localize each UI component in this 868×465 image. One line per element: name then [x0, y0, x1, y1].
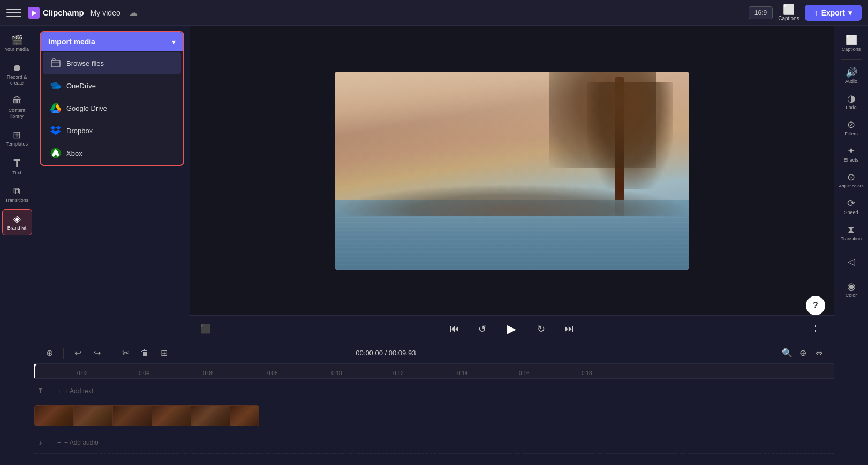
sidebar-item-transitions[interactable]: ⧉ Transitions: [2, 182, 32, 207]
magnet-button[interactable]: ⊕: [42, 346, 57, 361]
video-track-row: [34, 403, 834, 431]
skip-back-button[interactable]: ⏮: [446, 321, 463, 338]
forward-button[interactable]: ↻: [533, 321, 550, 338]
color-rs-icon: ◉: [847, 281, 856, 291]
video-clip[interactable]: [34, 405, 259, 426]
help-button[interactable]: ?: [806, 296, 825, 315]
google-drive-label: Google Drive: [66, 104, 107, 112]
export-label: Export: [821, 9, 845, 17]
video-title[interactable]: My video: [90, 9, 120, 17]
speed-rs-label: Speed: [844, 210, 858, 215]
record-icon: ⏺: [12, 63, 22, 73]
sidebar-item-text[interactable]: T Text: [2, 154, 32, 180]
center-content: ⬛ ⏮ ↺ ▶ ↻ ⏭ ⛶: [190, 26, 834, 342]
timeline-ruler: 0:02 0:04 0:06 0:08 0:10 0:12 0:14 0:16 …: [34, 364, 834, 379]
right-sidebar: ⬜ Captions 🔊 Audio ◑ Fade ⊘ Filters ✦ Ef…: [834, 26, 868, 465]
your-media-icon: 🎬: [11, 35, 23, 45]
content-library-icon: 🏛: [12, 96, 22, 106]
right-sidebar-effects[interactable]: ✦ Effects: [836, 142, 866, 167]
text-track-row: T + + Add text: [34, 379, 834, 403]
timeline-content: 0:02 0:04 0:06 0:08 0:10 0:12 0:14 0:16 …: [34, 364, 834, 465]
onedrive-label: OneDrive: [66, 82, 96, 90]
captions-icon: ⬜: [783, 4, 795, 16]
sidebar-item-brand-kit[interactable]: ◈ Brand kit: [2, 209, 32, 235]
sidebar-item-your-media[interactable]: 🎬 Your media: [2, 31, 32, 57]
svg-rect-1: [52, 59, 55, 60]
import-dropbox[interactable]: Dropbox: [43, 120, 181, 141]
hamburger-menu[interactable]: [6, 5, 21, 20]
audio-track-icon: ♪: [34, 438, 47, 447]
app-name: Clipchamp: [43, 8, 84, 17]
right-sidebar-speed[interactable]: ⟳ Speed: [836, 194, 866, 219]
fullscreen-button[interactable]: ⛶: [814, 324, 823, 334]
fade-rs-icon: ◑: [847, 94, 856, 103]
right-sidebar-color[interactable]: ◉ Color: [836, 277, 866, 302]
fit-timeline-button[interactable]: ⇔: [812, 346, 826, 360]
import-panel: Import media ▾ Browse files: [34, 26, 190, 342]
screen-record-button[interactable]: ⬛: [200, 324, 211, 334]
import-browse-files[interactable]: Browse files: [43, 52, 181, 74]
effects-rs-icon: ✦: [847, 146, 855, 156]
add-text-icon: +: [57, 387, 61, 395]
zoom-out-button[interactable]: 🔍: [780, 346, 794, 360]
right-sidebar-captions[interactable]: ⬜ Captions: [836, 31, 866, 56]
add-audio-button[interactable]: + + Add audio: [47, 433, 99, 452]
aspect-ratio-button[interactable]: 16:9: [749, 6, 773, 19]
undo-button[interactable]: ↩: [70, 346, 85, 361]
sidebar-item-record-create[interactable]: ⏺ Record & create: [2, 59, 32, 90]
right-sidebar-filters[interactable]: ⊘ Filters: [836, 116, 866, 141]
import-onedrive[interactable]: OneDrive: [43, 75, 181, 96]
toolbar-divider-1: [63, 348, 64, 359]
right-sidebar-audio[interactable]: 🔊 Audio: [836, 63, 866, 88]
xbox-icon: [50, 148, 61, 158]
cut-button[interactable]: ✂: [118, 346, 133, 361]
filters-rs-icon: ⊘: [847, 120, 855, 129]
export-chevron: ▾: [848, 9, 852, 17]
import-xbox[interactable]: Xbox: [43, 142, 181, 164]
toolbar-divider-2: [111, 348, 111, 359]
add-to-timeline-button[interactable]: ⊞: [156, 346, 171, 361]
right-sidebar-fade[interactable]: ◑ Fade: [836, 89, 866, 115]
right-sidebar-transition[interactable]: ⧗ Transition: [836, 220, 866, 246]
ruler-mark-0-06: 0:06: [203, 370, 213, 376]
main-layout: 🎬 Your media ⏺ Record & create 🏛 Content…: [0, 26, 868, 465]
topbar-right: 16:9 ⬜ Captions ↑ Export ▾: [749, 4, 862, 21]
browse-files-icon: [50, 58, 61, 68]
import-media-button[interactable]: Import media ▾: [41, 32, 183, 51]
playback-controls: ⬛ ⏮ ↺ ▶ ↻ ⏭ ⛶: [190, 315, 834, 342]
export-button[interactable]: ↑ Export ▾: [805, 5, 862, 21]
google-drive-icon: [50, 103, 61, 113]
export-icon: ↑: [814, 9, 818, 17]
add-text-button[interactable]: + + Add text: [47, 387, 93, 395]
zoom-in-button[interactable]: ⊕: [796, 346, 810, 360]
svg-rect-0: [51, 60, 60, 67]
captions-button[interactable]: ⬜ Captions: [778, 4, 799, 21]
rewind-button[interactable]: ↺: [474, 321, 491, 338]
notification-icon[interactable]: ☁: [127, 6, 140, 19]
sidebar-label-templates: Templates: [6, 141, 28, 147]
transition-rs-icon: ⧗: [848, 225, 855, 234]
onedrive-icon: [50, 80, 61, 91]
import-google-drive[interactable]: Google Drive: [43, 97, 181, 119]
sidebar-item-templates[interactable]: ⊞ Templates: [2, 126, 32, 151]
play-button[interactable]: ▶: [502, 319, 522, 339]
captions-rs-label: Captions: [842, 47, 861, 52]
sidebar-label-content-library: Content library: [4, 108, 30, 119]
right-sidebar-collapse[interactable]: ◁: [836, 253, 866, 271]
timeline-toolbar: ⊕ ↩ ↪ ✂ 🗑 ⊞ 00:00.00 / 00:09.93 🔍 ⊕ ⇔: [34, 342, 834, 364]
fade-rs-label: Fade: [846, 105, 857, 110]
ruler-mark-0-02: 0:02: [77, 370, 87, 376]
dropbox-icon: [50, 125, 61, 136]
delete-button[interactable]: 🗑: [137, 346, 152, 361]
skip-forward-button[interactable]: ⏭: [561, 321, 578, 338]
browse-files-label: Browse files: [66, 59, 104, 67]
rs-divider-2: [841, 249, 862, 249]
redo-button[interactable]: ↪: [89, 346, 104, 361]
topbar: ▶ Clipchamp My video ☁ 16:9 ⬜ Captions ↑…: [0, 0, 868, 26]
import-chevron-icon: ▾: [172, 37, 176, 46]
effects-rs-label: Effects: [844, 157, 858, 163]
right-sidebar-adjust-colors[interactable]: ⊙ Adjust colors: [836, 168, 866, 193]
captions-rs-icon: ⬜: [846, 35, 857, 45]
video-preview-area: [190, 26, 834, 315]
sidebar-item-content-library[interactable]: 🏛 Content library: [2, 92, 32, 124]
